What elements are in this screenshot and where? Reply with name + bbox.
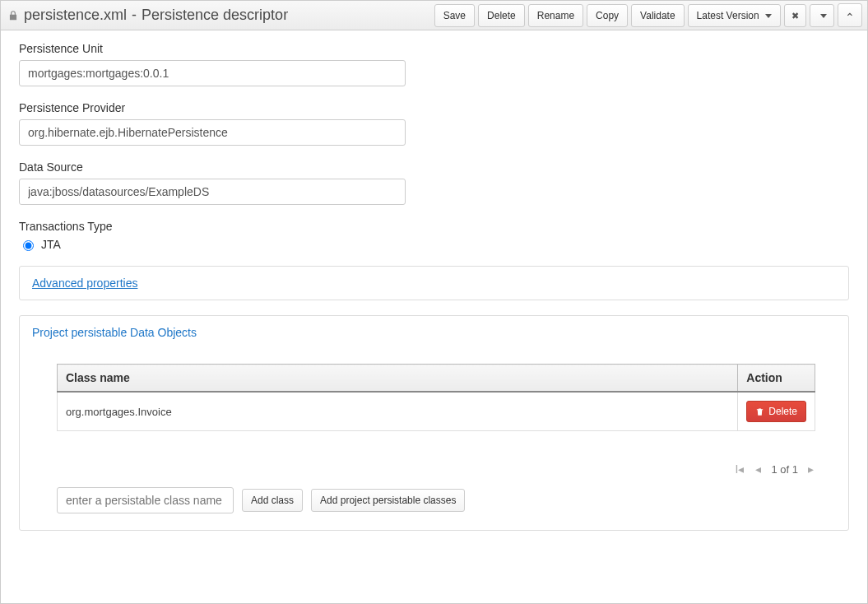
persistence-unit-label: Persistence Unit [19,42,849,55]
add-class-button[interactable]: Add class [242,489,303,512]
persistence-provider-label: Persistence Provider [19,101,849,114]
action-cell: Delete [738,392,815,431]
persistence-unit-group: Persistence Unit [19,42,849,86]
row-delete-button[interactable]: Delete [746,401,806,422]
pager-next-icon[interactable]: ▸ [806,462,815,476]
col-header-class: Class name [58,365,738,393]
form-body: Persistence Unit Persistence Provider Da… [1,30,867,564]
persistable-panel: Project persistable Data Objects Class n… [19,315,849,531]
lock-icon [7,10,19,21]
persistence-provider-input[interactable] [19,119,406,146]
data-source-group: Data Source [19,160,849,205]
jta-radio-label: JTA [41,238,61,251]
rename-button[interactable]: Rename [528,4,583,27]
title-left: persistence.xml - Persistence descriptor [7,7,288,24]
persistable-panel-title[interactable]: Project persistable Data Objects [32,326,197,339]
file-subtitle: Persistence descriptor [142,7,288,24]
data-source-input[interactable] [19,179,406,205]
chevron-down-icon [820,14,827,18]
pager-prev-icon[interactable]: ◂ [754,462,763,476]
app-window: persistence.xml - Persistence descriptor… [0,0,868,604]
copy-button[interactable]: Copy [587,4,628,27]
transactions-type-group: Transactions Type JTA [19,220,849,251]
jta-radio[interactable] [23,240,34,251]
title-bar: persistence.xml - Persistence descriptor… [1,1,867,30]
persistence-provider-group: Persistence Provider [19,101,849,146]
trash-icon [755,407,764,416]
file-name: persistence.xml [24,7,127,24]
version-dropdown[interactable]: Latest Version [688,4,781,27]
class-name-cell: org.mortgages.Invoice [58,392,738,431]
table-row: org.mortgages.Invoice Delete [58,392,815,431]
persistence-unit-input[interactable] [19,60,406,86]
persistable-panel-body: Class name Action org.mortgages.Invoice [20,349,848,449]
transactions-type-label: Transactions Type [19,220,849,233]
pager-status: 1 of 1 [771,463,798,476]
advanced-properties-panel: Advanced properties [19,266,849,300]
collapse-button[interactable] [838,3,862,27]
persistable-table: Class name Action org.mortgages.Invoice [57,364,815,431]
table-header-row: Class name Action [58,365,815,393]
close-icon [791,10,799,21]
save-button[interactable]: Save [434,4,475,27]
pager: I◂ ◂ 1 of 1 ▸ [20,449,848,476]
add-row: Add class Add project persistable classe… [20,476,848,513]
toolbar: Save Delete Rename Copy Validate Latest … [434,3,862,27]
close-button[interactable] [784,4,806,27]
validate-button[interactable]: Validate [631,4,684,27]
more-dropdown[interactable] [810,4,834,27]
delete-button[interactable]: Delete [478,4,525,27]
advanced-properties-link[interactable]: Advanced properties [32,276,137,290]
col-header-action: Action [738,365,815,393]
add-project-classes-button[interactable]: Add project persistable classes [311,489,465,512]
scroll-area[interactable]: Persistence Unit Persistence Provider Da… [1,30,867,604]
data-source-label: Data Source [19,160,849,174]
chevron-up-icon [845,10,855,21]
add-class-input[interactable] [57,487,234,513]
chevron-down-icon [765,14,772,18]
pager-first-icon[interactable]: I◂ [734,462,746,476]
